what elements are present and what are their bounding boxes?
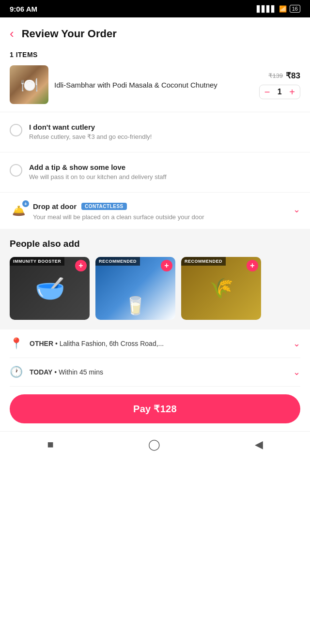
drop-plus-badge: + — [22, 200, 29, 207]
price-row: ₹139 ₹83 — [268, 71, 300, 81]
cutlery-content: I don't want cutlery Refuse cutlery, sav… — [29, 123, 152, 141]
time-row[interactable]: 🕐 TODAY • Within 45 mins ⌄ — [10, 358, 300, 387]
also-add-title: People also add — [10, 239, 310, 249]
status-bar: 9:06 AM ▋▋▋▋ 📶 16 — [0, 0, 310, 17]
cutlery-option[interactable]: I don't want cutlery Refuse cutlery, sav… — [0, 115, 310, 149]
bottom-info: 📍 OTHER • Lalitha Fashion, 6th Cross Roa… — [0, 329, 310, 387]
drop-icon-wrap: 🛎️ + — [10, 202, 27, 220]
time-chevron-icon[interactable]: ⌄ — [293, 367, 300, 377]
quantity-increase-button[interactable]: + — [289, 87, 295, 97]
battery-icon: 16 — [290, 5, 300, 13]
people-also-add-section: People also add 🥣 IMMUNITY BOOSTER + 🥛 R… — [0, 229, 310, 329]
tip-subtitle: We will pass it on to our kitchen and de… — [29, 173, 167, 181]
status-time: 9:06 AM — [10, 5, 37, 13]
quantity-value: 1 — [276, 88, 283, 96]
divider-2 — [0, 152, 310, 152]
also-add-scroll: 🥣 IMMUNITY BOOSTER + 🥛 RECOMMENDED + 🌾 R… — [10, 257, 310, 320]
quantity-decrease-button[interactable]: − — [264, 87, 270, 97]
add-card-1-label: RECOMMENDED — [95, 257, 140, 266]
signal-icon: ▋▋▋▋ — [257, 5, 276, 13]
tip-radio[interactable] — [10, 164, 22, 177]
items-section: 1 ITEMS 🍽️ Idli-Sambhar with Podi Masala… — [0, 46, 310, 104]
time-text: TODAY • Within 45 mins — [30, 368, 286, 376]
tip-content: Add a tip & show some love We will pass … — [29, 163, 167, 181]
items-count-label: 1 ITEMS — [10, 51, 300, 59]
add-card-2-plus-button[interactable]: + — [247, 260, 258, 271]
nav-home-button[interactable]: ◯ — [148, 438, 160, 451]
back-button[interactable]: ‹ — [10, 26, 14, 41]
page-title: Review Your Order — [22, 28, 117, 40]
location-text: OTHER • Lalitha Fashion, 6th Cross Road,… — [30, 340, 286, 347]
item-image-inner: 🍽️ — [10, 65, 48, 104]
status-icons: ▋▋▋▋ 📶 16 — [257, 5, 300, 13]
add-card-1-plus-button[interactable]: + — [161, 260, 172, 271]
location-icon: 📍 — [10, 337, 23, 350]
nav-back-button[interactable]: ◀ — [255, 438, 263, 451]
tip-option[interactable]: Add a tip & show some love We will pass … — [0, 155, 310, 189]
contactless-badge: CONTACTLESS — [81, 203, 127, 210]
drop-chevron-icon[interactable]: ⌄ — [293, 204, 300, 215]
pay-button[interactable]: Pay ₹128 — [10, 394, 300, 423]
tip-title: Add a tip & show some love — [29, 163, 167, 171]
pay-section: Pay ₹128 — [0, 387, 310, 431]
location-row[interactable]: 📍 OTHER • Lalitha Fashion, 6th Cross Roa… — [10, 329, 300, 358]
divider-3 — [0, 192, 310, 193]
add-card-0-label: IMMUNITY BOOSTER — [10, 257, 64, 266]
drop-content: Drop at door CONTACTLESS Your meal will … — [33, 202, 287, 222]
item-name: Idli-Sambhar with Podi Masala & Coconut … — [54, 80, 253, 90]
order-item: 🍽️ Idli-Sambhar with Podi Masala & Cocon… — [10, 65, 300, 104]
wifi-icon: 📶 — [279, 5, 287, 13]
bottom-nav: ■ ◯ ◀ — [0, 431, 310, 461]
nav-stop-button[interactable]: ■ — [47, 438, 53, 451]
add-card-0-plus-button[interactable]: + — [75, 260, 87, 271]
item-price-qty: ₹139 ₹83 − 1 + — [259, 71, 300, 99]
item-details: Idli-Sambhar with Podi Masala & Coconut … — [48, 80, 259, 90]
clock-icon: 🕐 — [10, 366, 23, 378]
add-card-2[interactable]: 🌾 RECOMMENDED + — [181, 257, 261, 320]
add-card-1[interactable]: 🥛 RECOMMENDED + — [95, 257, 175, 320]
price-original: ₹139 — [268, 72, 283, 79]
drop-title-row: Drop at door CONTACTLESS — [33, 202, 287, 210]
item-image: 🍽️ — [10, 65, 48, 104]
drop-at-door-section[interactable]: 🛎️ + Drop at door CONTACTLESS Your meal … — [0, 195, 310, 228]
cutlery-radio[interactable] — [10, 124, 22, 136]
location-chevron-icon[interactable]: ⌄ — [293, 338, 300, 349]
drop-title: Drop at door — [33, 202, 77, 210]
drop-subtitle: Your meal will be placed on a clean surf… — [33, 213, 287, 222]
cutlery-title: I don't want cutlery — [29, 123, 152, 131]
header: ‹ Review Your Order — [0, 17, 310, 46]
cutlery-subtitle: Refuse cutlery, save ₹3 and go eco-frien… — [29, 133, 152, 141]
add-card-2-label: RECOMMENDED — [181, 257, 226, 266]
price-current: ₹83 — [286, 71, 300, 81]
quantity-controls: − 1 + — [259, 85, 300, 99]
add-card-0[interactable]: 🥣 IMMUNITY BOOSTER + — [10, 257, 90, 320]
divider-1 — [0, 112, 310, 112]
